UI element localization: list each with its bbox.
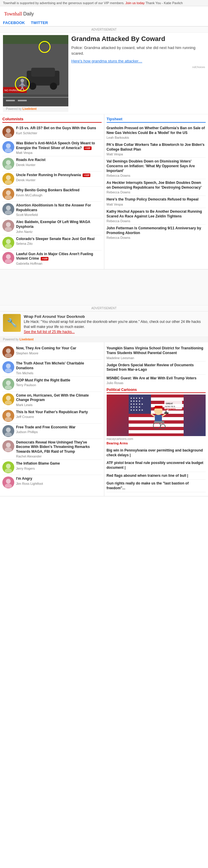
tipsheet-item[interactable]: PA's Blue Collar Workers Take a Blowtorc… [107,141,206,158]
ad-link[interactable]: See the full list of 25 life hacks... [24,330,75,334]
svg-point-18 [6,128,11,133]
support-text: Townhall is supported by advertising and… [3,1,124,5]
article-author: Kurt Schlichter [16,131,101,135]
columnist-item-2[interactable]: GOP Must Fight the Right Battle Terry Pa… [2,377,101,392]
columnist-item[interactable]: Lawful Gun Ads in Major Cities Aren't Fu… [2,250,101,267]
columnist-item[interactable]: Roads Are Racist Derek Hunter [2,156,101,172]
article-info: Abortion Abolitionism Is Not the Answer … [16,203,101,217]
article-author-2: Tim Michels [16,371,101,375]
svg-rect-4 [3,97,68,98]
svg-point-32 [6,239,11,244]
bearing-arms-article[interactable]: ATF pistol brace final rule possibly unc… [107,459,206,472]
political-cartoons-section: Political Cartoons ★ ★ ★ ★ ★ ★ ★ ★ [107,386,206,494]
tipsheet-column: Tipsheet Granholm Pressed on Whether Cal… [104,114,208,269]
article-title-2: Free Trade and Free Economic War [16,425,101,430]
hero-link[interactable]: Here's how grandma stuns the attacker… [71,59,205,64]
columnist-item-2[interactable]: Free Trade and Free Economic War Judson … [2,424,101,439]
svg-point-51 [5,468,12,473]
svg-point-44 [6,412,11,417]
tipsheet-item-2[interactable]: Judge Orders Special Master Review of Do… [107,362,206,375]
article-author: John Nantz [16,230,101,234]
columnist-item-2[interactable]: Come on, Hurricanes, Get With the Climat… [2,392,101,408]
svg-point-8 [50,83,57,90]
ad-foil-icon: 🔧 [3,314,21,332]
svg-rect-3 [18,100,27,101]
article-title-2: The Inflation Blame Game [16,461,101,466]
twitter-link[interactable]: TWITTER [31,21,48,25]
columnists-column-2: Now, They Are Coming for Your Car Stephe… [0,342,104,496]
tipsheet-list: Granholm Pressed on Whether California's… [107,124,206,241]
columnist-item-2[interactable]: This Is Not Your Father's Republican Par… [2,408,101,424]
svg-line-17 [22,87,24,91]
svg-point-27 [5,195,12,199]
columnist-item[interactable]: F-15 vs. AR-15? Bet on the Guys With the… [2,124,101,140]
article-author: Rebecca Downs [107,190,206,194]
svg-point-36 [6,348,11,353]
svg-point-21 [5,148,12,152]
facebook-link[interactable]: FACEBOOK [3,21,25,25]
author-thumb [2,252,14,264]
article-title-3: Judge Orders Special Master Review of Do… [107,363,206,372]
hero-title: Grandma Attacked By Coward [71,35,205,43]
tipsheet-item[interactable]: Granholm Pressed on Whether California's… [107,124,206,141]
columnists-header: Columnists [2,117,101,123]
columnist-item[interactable]: Alec Baldwin, Exemplar Of Left Wing MAGA… [2,218,101,235]
author-thumb [2,158,14,169]
columnist-item[interactable]: Why Benito Going Bonkers Backfired Kevin… [2,187,101,202]
social-nav: FACEBOOK TWITTER [0,19,208,26]
svg-point-25 [5,180,12,184]
svg-rect-6 [31,68,55,76]
author-thumb-2 [2,393,14,405]
author-thumb-2 [2,440,14,452]
svg-point-35 [5,259,12,263]
ba-article-title: Gun rights really do make us the "last b… [107,481,206,491]
article-info-2: The Truth About Tim Michels' Charitable … [16,361,101,375]
svg-line-16 [21,87,22,91]
columnist-item[interactable]: Abortion Abolitionism Is Not the Answer … [2,202,101,218]
svg-point-33 [5,244,12,248]
tipsheet-item-2[interactable]: Youngkin Slams Virginia School District … [107,345,206,361]
article-title: Abortion Abolitionism Is Not the Answer … [16,203,101,212]
article-title: Uncle Fester Running In Pennsylvania ≡VI… [16,173,101,178]
bearing-arms-article[interactable]: Big win in Pennsylvania over permitting … [107,447,206,459]
ad-choices: AdChoices [71,66,205,69]
columnist-item-2[interactable]: Democrats Reveal How Unhinged They've Be… [2,439,101,460]
svg-point-43 [5,400,12,405]
columnist-item[interactable]: Colorado's Sleeper Senate Race Just Got … [2,235,101,250]
tipsheet-item[interactable]: Here's the Trump Policy Democrats Refuse… [107,196,206,208]
article-title: Colorado's Sleeper Senate Race Just Got … [16,237,101,242]
tipsheet-item[interactable]: Kathy Hochul Appears to Be Another Democ… [107,208,206,224]
tipsheet2-list: Youngkin Slams Virginia School District … [107,345,206,386]
svg-point-12 [21,79,24,82]
tipsheet-item[interactable]: As Heckler Interrupts Speech, Joe Biden … [107,179,206,196]
join-link[interactable]: Join us today [125,1,145,5]
bearing-arms-article[interactable]: Gun rights really do make us the "last b… [107,480,206,492]
columnist-item[interactable]: Was Biden's Anti-MAGA Speech Only Meant … [2,140,101,156]
tipsheet-item[interactable]: Val Demings Doubles Down on Dismissing V… [107,158,206,179]
cartoon-attribution: macaycartoons.com [107,437,206,440]
svg-point-47 [5,432,12,436]
author-thumb-2 [2,476,14,488]
bearing-arms-article[interactable]: Red flags abound when trainers run line … [107,472,206,480]
article-info: Lawful Gun Ads in Major Cities Aren't Fu… [16,252,101,265]
ad-label: ADVERTISEMENT [0,26,208,33]
article-info-2: Come on, Hurricanes, Get With the Climat… [16,393,101,407]
hero-section: NO PARKING [0,33,208,114]
article-title: PA's Blue Collar Workers Take a Blowtorc… [107,143,206,152]
columnist-item[interactable]: Uncle Fester Running In Pennsylvania ≡VI… [2,172,101,187]
svg-rect-59 [129,424,184,427]
columnist-item-2[interactable]: The Truth About Tim Michels' Charitable … [2,360,101,376]
article-info-2: Now, They Are Coming for Your Car Stephe… [16,346,101,355]
svg-point-40 [6,380,11,385]
tipsheet-item-2[interactable]: MSNBC Guest: We Are at War With Evil Tru… [107,375,206,386]
svg-rect-73 [154,421,164,423]
columnist-item-2[interactable]: I'm Angry Jim Ross Lightfoot [2,475,101,490]
columnist-item-2[interactable]: The Inflation Blame Game Jerry Rogers [2,460,101,475]
article-info-2: I'm Angry Jim Ross Lightfoot [16,476,101,486]
bearing-arms-list: Big win in Pennsylvania over permitting … [107,447,206,492]
article-info: Was Biden's Anti-MAGA Speech Only Meant … [16,141,101,154]
columnist-item-2[interactable]: Now, They Are Coming for Your Car Stephe… [2,345,101,360]
tipsheet-item[interactable]: John Fetterman Is Commemorating 9/11 Ann… [107,224,206,241]
article-title-2: This Is Not Your Father's Republican Par… [16,410,101,415]
article-author-3: Madeline Leesman [107,356,206,360]
